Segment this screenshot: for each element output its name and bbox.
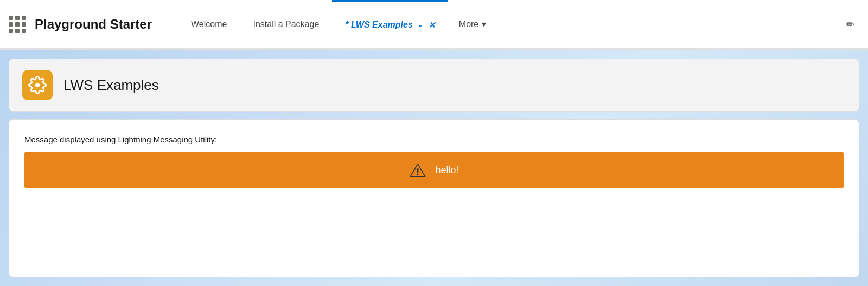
chevron-down-icon: ▾: [482, 19, 486, 29]
tab-install-package[interactable]: Install a Package: [240, 0, 332, 48]
app-title: Playground Starter: [35, 17, 152, 32]
tab-lws-examples[interactable]: * LWS Examples ⌄ ✕: [332, 0, 448, 48]
close-icon[interactable]: ✕: [428, 20, 435, 30]
app-grid-icon[interactable]: [9, 16, 26, 33]
nav-tabs: Welcome Install a Package * LWS Examples…: [178, 0, 841, 48]
edit-icon[interactable]: ✏: [841, 14, 859, 35]
chevron-down-icon[interactable]: ⌄: [417, 21, 423, 29]
nav-bar: Playground Starter Welcome Install a Pac…: [0, 0, 868, 50]
warning-icon: [409, 161, 426, 179]
svg-point-3: [417, 174, 419, 176]
component-icon: [22, 70, 53, 100]
svg-rect-2: [417, 168, 419, 173]
more-button[interactable]: More ▾: [448, 0, 497, 48]
main-content: LWS Examples Message displayed using Lig…: [0, 50, 868, 286]
header-card: LWS Examples: [9, 58, 859, 112]
message-label: Message displayed using Lightning Messag…: [24, 135, 844, 144]
body-card: Message displayed using Lightning Messag…: [9, 119, 859, 277]
alert-banner: hello!: [24, 152, 844, 188]
gear-icon: [28, 76, 47, 94]
page-title: LWS Examples: [63, 77, 159, 94]
tab-welcome[interactable]: Welcome: [178, 0, 240, 48]
alert-message: hello!: [435, 165, 458, 176]
